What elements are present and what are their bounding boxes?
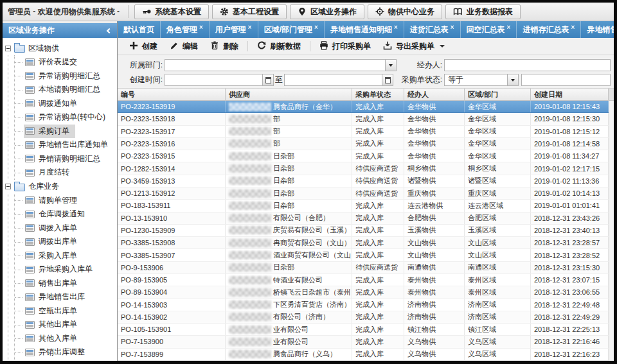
table-row[interactable]: PO-3385-153908 冉商贸有限公司（文山） 完成入库 文山物供 文山区…	[118, 237, 609, 249]
table-row[interactable]: PO-2323-153918 部 完成入库 金华物供 金华区域 2019-01-…	[118, 113, 609, 125]
collapse-sidebar-icon[interactable]	[107, 28, 112, 33]
sidebar-item[interactable]: 调拨通知单	[15, 97, 117, 111]
table-row[interactable]: PO-7-153899 腾食品商行（义乌） 完成入库 义乌物供 义乌区域 201…	[118, 349, 609, 361]
column-header-status[interactable]: 采购单状态	[352, 89, 404, 100]
sidebar-item[interactable]	[15, 360, 117, 361]
vertical-scrollbar[interactable]	[609, 89, 614, 361]
close-icon[interactable]: ×	[394, 24, 398, 31]
sidebar-item[interactable]: 采购订单	[15, 125, 117, 139]
tab-8[interactable]: 异地销售调整明细 ×	[581, 21, 614, 38]
dept-input[interactable]	[165, 60, 385, 71]
table-row[interactable]: PO-1213-153912 日杂部 待供应商送货 重庆物供 重庆区域 2019…	[118, 187, 609, 200]
created-to-input[interactable]	[285, 74, 382, 85]
tab-2[interactable]: 用户管理 ×	[210, 21, 258, 38]
table-row[interactable]: PO-9-153906 日杂部 待供应商送货 南通物供 南通区域 2018-12…	[118, 262, 609, 274]
sidebar-item[interactable]: 异常请购明细汇总	[15, 69, 117, 83]
sidebar-item[interactable]: 异常请购单(转中心)	[15, 110, 117, 125]
column-header-handler[interactable]: 经办人	[404, 89, 465, 100]
dept-combobox[interactable]	[165, 59, 397, 71]
sidebar-item[interactable]: 异地销售出库通知单	[15, 138, 117, 152]
menu-button-supply-center[interactable]: 物供中心业务	[368, 4, 442, 19]
sidebar-item[interactable]: 月度结转	[15, 166, 117, 180]
table-row[interactable]: PO-1282-153914 日杂部 待供应商送货 桐乡物供 桐乡区域 2019…	[118, 162, 609, 175]
sidebar-item[interactable]: 调拨入库单	[15, 221, 117, 236]
create-button[interactable]: 创建	[124, 39, 163, 54]
table-row[interactable]: PO-3385-153907 酒业商贸有限公司（文山） 完成入库 文山物供 文山…	[118, 249, 609, 261]
column-header-region[interactable]: 区域/部门	[465, 89, 531, 100]
column-header-created[interactable]: 创建日期	[531, 89, 609, 100]
table-row[interactable]: PO-14-153903 下区勇清百货店（济南） 完成入库 济南物供 济南区域 …	[118, 299, 609, 311]
sidebar-item[interactable]: 异销出库调整	[15, 345, 117, 360]
menu-button-engineering-settings[interactable]: 基本工程设置	[212, 4, 287, 19]
table-row[interactable]: PO-14-153902 有限公司（济南） 完成入库 济南物供 济南区域 201…	[118, 311, 609, 324]
delete-button[interactable]: 删除	[205, 39, 244, 54]
edit-button[interactable]: 编辑	[165, 39, 203, 54]
created-from-field[interactable]	[165, 74, 274, 86]
table-row[interactable]: PO-2323-153916 部 完成入库 金华物供 金华区域 2019-01-…	[118, 138, 609, 150]
handler-field[interactable]	[444, 59, 611, 71]
tab-5[interactable]: 进货汇总表 ×	[404, 21, 461, 38]
sidebar-item[interactable]: 异销请购明细汇总	[15, 152, 117, 166]
sidebar-item[interactable]: 仓库调拨通知	[15, 207, 117, 221]
sidebar-item[interactable]: 空瓶出库单	[15, 304, 117, 318]
menu-button-system-settings[interactable]: 系统基本设置	[134, 4, 209, 19]
cell-region: 文山区域	[465, 237, 531, 248]
date-picker-trigger[interactable]	[262, 74, 273, 85]
created-from-input[interactable]	[165, 74, 262, 85]
collapse-toggle-icon[interactable]	[5, 46, 11, 51]
sidebar-item[interactable]: 其他入库单	[15, 332, 117, 346]
sidebar-item[interactable]: 评价表提交	[15, 55, 117, 69]
table-row[interactable]: PO-2323-153917 部 完成入库 金华物供 金华区域 2019-01-…	[118, 126, 609, 138]
sidebar-item[interactable]: 异地销售出库	[15, 290, 117, 304]
close-icon[interactable]: ×	[451, 24, 454, 31]
status-value-input[interactable]	[522, 74, 610, 85]
close-icon[interactable]: ×	[571, 24, 575, 31]
sidebar-item[interactable]: 销售出库单	[15, 277, 117, 291]
grid-body: PO-2323-153919 腾食品商行（金华） 完成入库 金华物供 金华区域 …	[118, 101, 609, 361]
sidebar-item[interactable]: 其他出库单	[15, 318, 117, 332]
close-icon[interactable]: ×	[314, 24, 318, 31]
table-row[interactable]: PO-13-153910 有限公司（合肥） 完成入库 合肥物供 合肥区域 201…	[118, 212, 609, 225]
table-row[interactable]: PO-105-153901 业有限公司 完成入库 镇江物供 镇江区域 2018-…	[118, 324, 609, 336]
close-icon[interactable]: ×	[199, 24, 203, 31]
sidebar-group[interactable]: 区域物供	[5, 41, 117, 55]
table-row[interactable]: PO-183-153911 日杂部 完成入库 连云港物供 连云港区域 2019-…	[118, 200, 609, 212]
table-row[interactable]: PO-89-153905 特酒业有限公司 完成入库 泰州物供 泰州区域 2018…	[118, 274, 609, 286]
tab-6[interactable]: 回空汇总表 ×	[461, 21, 517, 38]
sidebar-group[interactable]: 仓库业务	[5, 180, 117, 194]
close-icon[interactable]: ×	[507, 24, 511, 31]
sidebar-item[interactable]: 调拨出库单	[15, 235, 117, 249]
refresh-button[interactable]: 刷新数据	[252, 39, 306, 54]
table-row[interactable]: PO-3459-153913 日杂部 待供应商送货 诸暨物供 诸暨区域 2019…	[118, 175, 609, 187]
handler-input[interactable]	[445, 60, 610, 71]
column-header-po[interactable]: 编号	[118, 89, 226, 100]
close-icon[interactable]: ×	[248, 24, 252, 31]
sidebar-item[interactable]: 采购入库单	[15, 249, 117, 263]
menu-button-data-reports[interactable]: 业务数据报表	[445, 4, 521, 19]
sidebar-item[interactable]: 异地采购入库单	[15, 263, 117, 277]
collapse-toggle-icon[interactable]	[5, 184, 11, 189]
tab-3[interactable]: 区域/部门管理 ×	[258, 21, 325, 38]
sidebar-item[interactable]: 请购单管理	[15, 194, 117, 208]
cell-handler: 泰州物供	[404, 274, 465, 286]
dept-dropdown-trigger[interactable]	[385, 60, 396, 71]
menu-button-regional-operations[interactable]: 区域业务操作	[290, 4, 364, 19]
status-value-field[interactable]	[521, 74, 611, 86]
tab-7[interactable]: 进销存汇总表 ×	[517, 21, 581, 38]
table-row[interactable]: PO-89-153904 桥镇飞云日杂超市（泰州） 完成入库 泰州物供 泰州区域…	[118, 286, 609, 299]
sidebar-item[interactable]: 本地请购明细汇总	[15, 83, 117, 97]
table-row[interactable]: PO-2323-153915 日杂部 完成入库 金华物供 金华区域 2019-0…	[118, 150, 609, 162]
created-to-field[interactable]	[284, 74, 393, 86]
table-row[interactable]: PO-7-153900 业有限公司 完成入库 义乌物供 义乌区域 2018-12…	[118, 336, 609, 348]
column-header-supplier[interactable]: 供应商	[226, 89, 352, 100]
cell-region: 金华区域	[465, 150, 531, 162]
status-operator-select[interactable]: 等于	[444, 74, 519, 86]
table-row[interactable]: PO-1230-153909 庆贸易有限公司（玉溪） 完成入库 玉溪物供 玉溪区…	[118, 225, 609, 237]
tab-4[interactable]: 异地销售通知明细 ×	[325, 21, 404, 38]
tab-0[interactable]: 默认首页	[118, 21, 161, 38]
export-po-button[interactable]: 导出采购单	[378, 39, 450, 54]
status-dropdown-trigger[interactable]	[507, 74, 518, 85]
table-row[interactable]: PO-2323-153919 腾食品商行（金华） 完成入库 金华物供 金华区域 …	[118, 101, 609, 113]
print-po-button[interactable]: 打印采购单	[314, 39, 376, 54]
tab-1[interactable]: 角色管理 ×	[161, 21, 210, 38]
